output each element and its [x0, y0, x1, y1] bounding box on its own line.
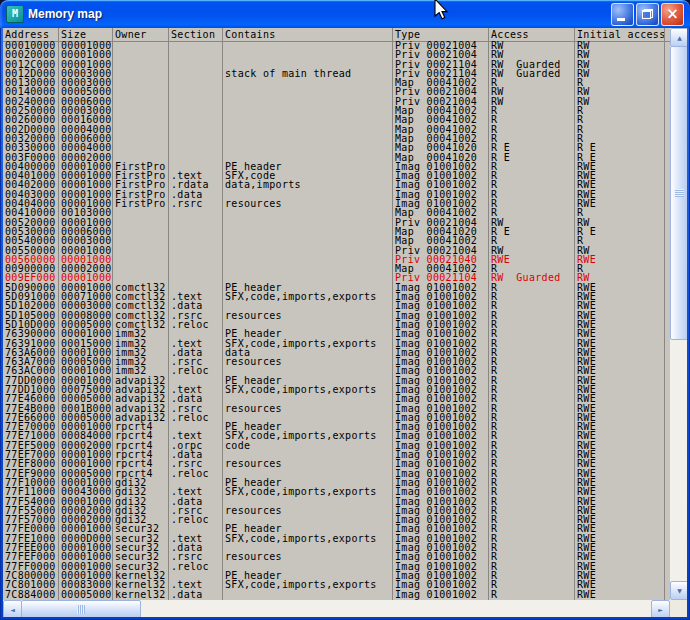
vertical-scroll-thumb[interactable]	[670, 46, 687, 340]
cell-section: .reloc	[171, 366, 209, 376]
cell-address: 7C884000	[5, 590, 56, 600]
cell-contains: SFX,code,imports,exports	[225, 580, 377, 590]
cell-section: .rsrc	[171, 199, 203, 209]
scroll-down-button[interactable]: ▼	[670, 581, 687, 600]
up-arrow-icon: ▲	[677, 35, 682, 41]
cell-initial: RWE	[577, 590, 596, 600]
cell-contains: resources	[225, 311, 282, 321]
titlebar[interactable]: M Memory map ×	[0, 0, 690, 28]
cell-access: RW Guarded	[491, 69, 561, 79]
column-header-owner[interactable]: Owner	[115, 29, 147, 40]
cell-contains: resources	[225, 199, 282, 209]
cell-section: .reloc	[171, 515, 209, 525]
restore-icon	[642, 9, 653, 19]
cell-size: 00005000	[61, 590, 112, 600]
cell-contains: SFX,code,imports,exports	[225, 385, 377, 395]
column-header-address[interactable]: Address	[5, 29, 49, 40]
cell-contains: SFX,code,imports,exports	[225, 487, 377, 497]
cell-contains: resources	[225, 357, 282, 367]
memory-map-icon-letter: M	[12, 9, 18, 19]
cell-section: .reloc	[171, 562, 209, 572]
column-header-section[interactable]: Section	[171, 29, 215, 40]
cell-contains: resources	[225, 552, 282, 562]
close-icon: ×	[666, 7, 679, 22]
table-row[interactable]: 7C88400000005000kernel32.dataImag 010010…	[3, 591, 670, 600]
cell-contains: resources	[225, 404, 282, 414]
window-controls: ×	[611, 3, 684, 26]
vertical-scrollbar[interactable]: ▲ ▼	[670, 28, 687, 600]
column-header-type[interactable]: Type	[395, 29, 420, 40]
horizontal-scroll-thumb[interactable]	[21, 600, 141, 617]
column-header-contains[interactable]: Contains	[225, 29, 276, 40]
mouse-cursor	[431, 0, 449, 23]
cell-section: .data	[171, 590, 203, 600]
client-area: AddressSizeOwnerSectionContainsTypeAcces…	[3, 28, 687, 617]
cell-section: .reloc	[171, 469, 209, 479]
scroll-left-button[interactable]: ◄	[3, 600, 22, 617]
cell-contains: resources	[225, 506, 282, 516]
cell-section: .reloc	[171, 320, 209, 330]
cell-contains: code	[225, 441, 250, 451]
cell-access: R	[491, 590, 497, 600]
memory-map-icon[interactable]: M	[6, 5, 24, 23]
cell-contains: data,imports	[225, 180, 301, 190]
down-arrow-icon: ▼	[677, 588, 682, 594]
cell-contains: stack of main thread	[225, 69, 351, 79]
cell-access: RW Guarded	[491, 273, 561, 283]
cell-owner: FirstPro	[115, 199, 166, 209]
column-header-access[interactable]: Access	[491, 29, 529, 40]
memory-map-window: M Memory map × AddressSizeOwnerSectionCo…	[0, 0, 690, 620]
horizontal-scrollbar[interactable]: ◄ ►	[3, 600, 670, 617]
cell-contains: SFX,code,imports,exports	[225, 292, 377, 302]
cell-section: .reloc	[171, 413, 209, 423]
window-title: Memory map	[28, 7, 607, 21]
minimize-icon	[617, 18, 625, 21]
cell-type: Imag 01001002	[395, 590, 477, 600]
cell-owner: kernel32	[115, 590, 166, 600]
close-button[interactable]: ×	[661, 3, 684, 26]
right-arrow-icon: ►	[658, 607, 663, 613]
table-body: 0001000000001000Priv 00021004RWRW0002000…	[3, 42, 670, 600]
cell-contains: resources	[225, 459, 282, 469]
restore-button[interactable]	[636, 3, 659, 26]
memory-table: AddressSizeOwnerSectionContainsTypeAcces…	[3, 28, 670, 600]
scroll-up-button[interactable]: ▲	[670, 28, 687, 47]
minimize-button[interactable]	[611, 3, 634, 26]
scroll-right-button[interactable]: ►	[651, 600, 670, 617]
left-arrow-icon: ◄	[10, 607, 15, 613]
cell-contains: SFX,code,imports,exports	[225, 534, 377, 544]
scrollbar-corner	[670, 600, 687, 617]
column-header-initial[interactable]: Initial access	[577, 29, 666, 40]
column-header-size[interactable]: Size	[61, 29, 86, 40]
